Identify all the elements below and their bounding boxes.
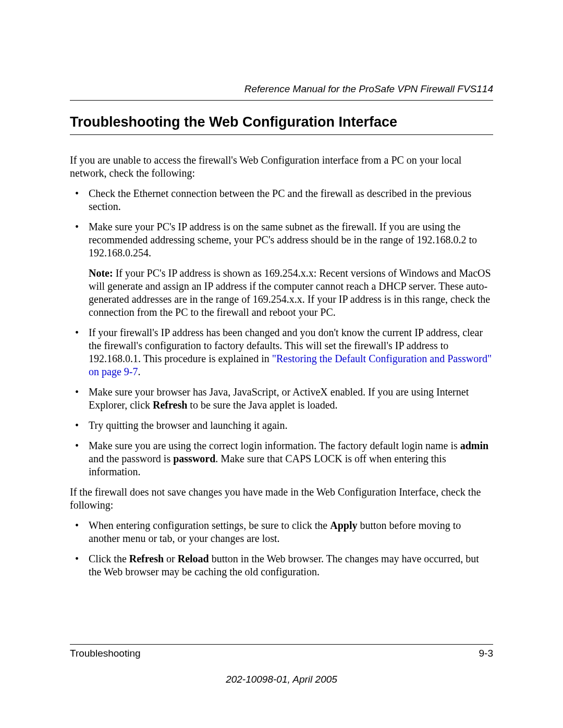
note-text: If your PC's IP address is shown as 169.… (89, 267, 491, 318)
list-text: Check the Ethernet connection between th… (89, 188, 471, 212)
list-text: and the password is (89, 453, 173, 464)
note-block: Note: If your PC's IP address is shown a… (89, 267, 493, 319)
title-rule (70, 134, 493, 135)
list-text: to be sure the Java applet is loaded. (187, 399, 337, 411)
footer-page-number: 9-3 (479, 648, 493, 659)
bold-term: admin (460, 440, 488, 451)
list-text: Make sure you are using the correct logi… (89, 440, 460, 451)
list-item: Check the Ethernet connection between th… (70, 187, 493, 213)
mid-paragraph: If the firewall does not save changes yo… (70, 486, 493, 512)
list-text: or (164, 553, 178, 564)
footer-section: Troubleshooting (70, 648, 141, 659)
note-label: Note: (89, 267, 113, 279)
page: Reference Manual for the ProSafe VPN Fir… (0, 0, 563, 728)
list-text: . (138, 366, 140, 377)
section-title: Troubleshooting the Web Configuration In… (70, 114, 493, 130)
bold-term: Reload (178, 553, 209, 564)
bold-term: Refresh (129, 553, 164, 564)
bold-term: Refresh (153, 399, 187, 411)
intro-paragraph: If you are unable to access the firewall… (70, 154, 493, 180)
list-item: Try quitting the browser and launching i… (70, 419, 493, 432)
bold-term: password (173, 453, 215, 464)
list-item: Click the Refresh or Reload button in th… (70, 552, 493, 578)
list-text: When entering configuration settings, be… (89, 520, 330, 531)
footer-row: Troubleshooting 9-3 (70, 648, 493, 659)
list-text: Try quitting the browser and launching i… (89, 419, 287, 431)
page-footer: Troubleshooting 9-3 202-10098-01, April … (70, 644, 493, 685)
list-text: Click the (89, 553, 129, 564)
bold-term: Apply (330, 520, 357, 531)
list-text: Make sure your PC's IP address is on the… (89, 221, 477, 258)
list-item: Make sure your browser has Java, JavaScr… (70, 386, 493, 412)
bullet-list-1: Check the Ethernet connection between th… (70, 187, 493, 478)
running-header: Reference Manual for the ProSafe VPN Fir… (70, 83, 493, 95)
bullet-list-2: When entering configuration settings, be… (70, 519, 493, 578)
list-item: When entering configuration settings, be… (70, 519, 493, 545)
footer-docinfo: 202-10098-01, April 2005 (70, 674, 493, 685)
list-item: If your firewall's IP address has been c… (70, 326, 493, 378)
header-rule (70, 100, 493, 101)
footer-rule (70, 644, 493, 645)
list-item: Make sure you are using the correct logi… (70, 439, 493, 478)
list-item: Make sure your PC's IP address is on the… (70, 220, 493, 319)
